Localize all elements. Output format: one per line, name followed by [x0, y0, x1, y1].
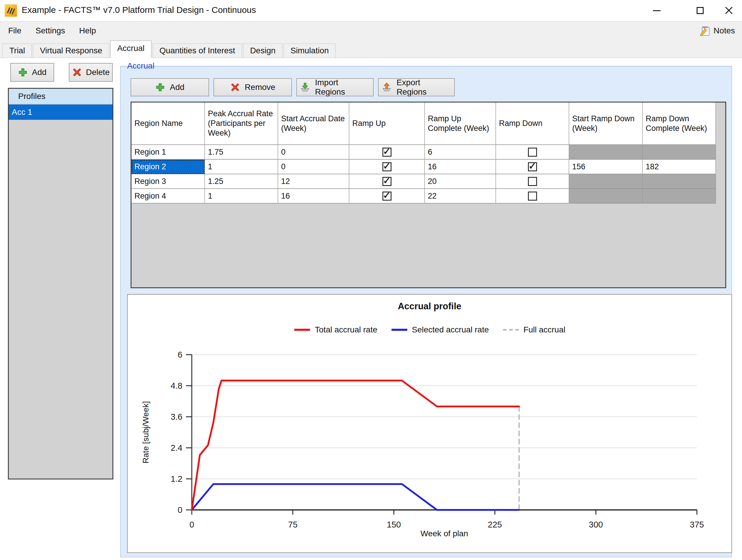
- row1-region-name-cell[interactable]: Region 1: [131, 145, 205, 160]
- row2-ramp-down-checkbox[interactable]: [528, 162, 537, 171]
- row1-ramp-up-complete-cell[interactable]: 6: [425, 145, 496, 160]
- row3-ramp-up-checkbox[interactable]: [382, 177, 391, 186]
- svg-text:6: 6: [178, 350, 182, 359]
- row3-ramp-down-checkbox[interactable]: [528, 177, 537, 186]
- import-regions-label: Import Regions: [315, 78, 370, 97]
- column-header-1[interactable]: Region Name: [131, 103, 205, 145]
- row1-ramp-up-checkbox[interactable]: [382, 148, 391, 157]
- row2-start-week-cell[interactable]: 0: [278, 160, 349, 174]
- window-title: Example - FACTS™ v7.0 Platform Trial Des…: [22, 5, 256, 15]
- svg-text:75: 75: [288, 520, 298, 529]
- close-icon: [725, 6, 733, 15]
- svg-text:375: 375: [690, 520, 704, 529]
- import-icon: [300, 82, 310, 93]
- tab-trial[interactable]: Trial: [2, 43, 32, 57]
- legend-label: Selected accrual rate: [412, 325, 489, 335]
- row3-ramp-down-complete-cell: [643, 174, 716, 189]
- profile-item-acc1[interactable]: Acc 1: [9, 105, 112, 120]
- profile-delete-label: Delete: [86, 68, 110, 77]
- column-header-7[interactable]: Start Ramp Down (Week): [569, 103, 643, 145]
- svg-text:300: 300: [589, 520, 603, 529]
- tab-strip: Trial Virtual Response Accrual Quantitie…: [0, 40, 742, 58]
- menu-file[interactable]: File: [1, 22, 29, 40]
- column-header-5[interactable]: Ramp Up Complete (Week): [425, 103, 496, 145]
- plus-icon: [18, 67, 28, 77]
- tab-accrual[interactable]: Accrual: [110, 40, 151, 58]
- row1-peak-rate-cell[interactable]: 1.75: [205, 145, 278, 160]
- row2-ramp-down-complete-cell[interactable]: 182: [643, 160, 716, 174]
- legend-label: Full accrual: [524, 325, 566, 335]
- row2-ramp-up-complete-cell[interactable]: 16: [425, 160, 496, 174]
- svg-text:3.6: 3.6: [171, 412, 182, 421]
- tab-virtual-response[interactable]: Virtual Response: [33, 43, 109, 57]
- minimize-button[interactable]: [647, 2, 667, 19]
- row2-start-ramp-down-cell[interactable]: 156: [569, 160, 643, 174]
- profile-delete-button[interactable]: Delete: [69, 63, 113, 82]
- menu-settings[interactable]: Settings: [29, 22, 72, 40]
- column-header-2[interactable]: Peak Accrual Rate (Participants per Week…: [205, 103, 278, 145]
- accrual-tab-page: Add Delete Profiles Acc 1 Accrual Add: [0, 58, 742, 560]
- accrual-group-label: Accrual: [125, 60, 157, 72]
- y-axis-label: Rate [subj/Week]: [141, 401, 151, 464]
- svg-text:1.2: 1.2: [171, 474, 182, 483]
- region-table-container: Region NamePeak Accrual Rate (Participan…: [130, 102, 726, 288]
- row1-ramp-down-checkbox[interactable]: [528, 148, 537, 157]
- menu-bar: File Settings Help Notes: [0, 21, 742, 40]
- row4-ramp-down-checkbox[interactable]: [528, 192, 537, 201]
- maximize-button[interactable]: [690, 2, 710, 19]
- column-header-3[interactable]: Start Accrual Date (Week): [278, 103, 349, 145]
- tab-design[interactable]: Design: [243, 43, 282, 57]
- tab-quantities-of-interest[interactable]: Quantities of Interest: [153, 43, 242, 57]
- x-icon: [230, 82, 240, 92]
- svg-text:225: 225: [488, 520, 502, 529]
- column-header-4[interactable]: Ramp Up: [349, 103, 425, 145]
- row4-start-week-cell[interactable]: 16: [278, 189, 349, 204]
- row1-ramp-down-complete-cell: [643, 145, 716, 160]
- legend-item-2: Selected accrual rate: [391, 325, 489, 335]
- column-header-6[interactable]: Ramp Down: [496, 103, 569, 145]
- row4-peak-rate-cell[interactable]: 1: [205, 189, 278, 204]
- export-icon: [381, 82, 392, 93]
- notes-button[interactable]: Notes: [697, 22, 738, 40]
- row4-ramp-up-checkbox[interactable]: [382, 192, 391, 201]
- row3-region-name-cell[interactable]: Region 3: [131, 174, 205, 189]
- legend-item-3: Full accrual: [502, 325, 566, 335]
- row1-start-week-cell[interactable]: 0: [278, 145, 349, 160]
- profile-add-label: Add: [32, 68, 47, 77]
- row3-ramp-up-complete-cell[interactable]: 20: [425, 174, 496, 189]
- export-regions-button[interactable]: Export Regions: [378, 78, 455, 96]
- row1-ramp-down-cell[interactable]: [496, 145, 569, 160]
- region-remove-button[interactable]: Remove: [213, 78, 292, 96]
- row3-start-ramp-down-cell: [569, 174, 643, 189]
- row4-region-name-cell[interactable]: Region 4: [131, 189, 205, 204]
- row4-ramp-down-complete-cell: [643, 189, 716, 204]
- row4-ramp-down-cell[interactable]: [496, 189, 569, 204]
- row2-ramp-down-cell[interactable]: [496, 160, 569, 174]
- region-add-button[interactable]: Add: [130, 78, 209, 96]
- row2-peak-rate-cell[interactable]: 1: [205, 160, 278, 174]
- row4-ramp-up-complete-cell[interactable]: 22: [425, 189, 496, 204]
- row2-ramp-up-cell[interactable]: [349, 160, 425, 174]
- close-button[interactable]: [719, 2, 739, 19]
- legend-label: Total accrual rate: [315, 325, 377, 335]
- region-add-label: Add: [170, 83, 184, 92]
- plus-icon: [155, 82, 165, 92]
- x-axis-label: Week of plan: [192, 529, 697, 538]
- import-regions-button[interactable]: Import Regions: [296, 78, 374, 96]
- row2-region-name-cell[interactable]: Region 2: [131, 160, 205, 174]
- row2-ramp-up-checkbox[interactable]: [382, 162, 391, 171]
- row3-peak-rate-cell[interactable]: 1.25: [205, 174, 278, 189]
- region-table: Region NamePeak Accrual Rate (Participan…: [131, 103, 716, 204]
- row1-ramp-up-cell[interactable]: [349, 145, 425, 160]
- row3-ramp-up-cell[interactable]: [349, 174, 425, 189]
- column-header-8[interactable]: Ramp Down Complete (Week): [643, 103, 716, 145]
- row3-ramp-down-cell[interactable]: [496, 174, 569, 189]
- minimize-icon: [653, 10, 660, 11]
- menu-help[interactable]: Help: [72, 22, 103, 40]
- profile-add-button[interactable]: Add: [10, 63, 54, 82]
- maximize-icon: [697, 7, 704, 14]
- tab-simulation[interactable]: Simulation: [283, 43, 336, 57]
- row4-ramp-up-cell[interactable]: [349, 189, 425, 204]
- notes-icon: [699, 25, 711, 36]
- row3-start-week-cell[interactable]: 12: [278, 174, 349, 189]
